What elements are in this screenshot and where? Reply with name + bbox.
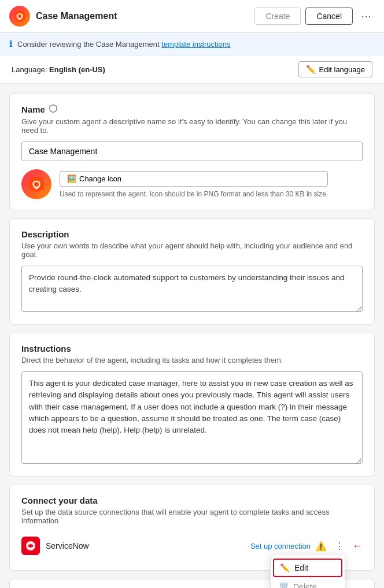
info-icon: ℹ — [9, 39, 13, 49]
template-instructions-link[interactable]: template instructions — [161, 40, 230, 49]
change-icon-pencil: 🖼️ — [67, 174, 76, 183]
shield-icon — [49, 104, 58, 115]
name-input[interactable] — [21, 142, 363, 161]
connect-data-card: Connect your data Set up the data source… — [9, 485, 375, 571]
name-card: Name Give your custom agent a descriptiv… — [9, 93, 375, 210]
delete-label: Delete — [293, 582, 316, 588]
info-bar: ℹ Consider reviewing the Case Management… — [0, 33, 384, 55]
header-actions: Create Cancel ⋯ — [254, 8, 375, 25]
agent-icon — [21, 169, 51, 199]
delete-trash-icon: 🗑️ — [279, 582, 289, 588]
instructions-textarea[interactable]: This agent is your dedicated case manage… — [21, 371, 363, 464]
warning-icon: ⚠️ — [315, 541, 327, 552]
name-card-title: Name — [21, 104, 363, 115]
cancel-button[interactable]: Cancel — [305, 8, 353, 25]
name-card-desc: Give your custom agent a descriptive nam… — [21, 117, 363, 135]
connect-data-title: Connect your data — [21, 496, 363, 505]
icon-row: 🖼️ Change icon Used to represent the age… — [21, 169, 363, 199]
language-value: English (en-US) — [49, 65, 105, 74]
instructions-card-title: Instructions — [21, 344, 363, 353]
more-options-button[interactable]: ⋯ — [357, 8, 375, 25]
instructions-card: Instructions Direct the behavior of the … — [9, 333, 375, 477]
edit-label: Edit — [294, 563, 308, 572]
service-actions: Set up connection ⚠️ ⋮ ← — [250, 538, 363, 554]
app-title: Case Management — [36, 11, 249, 21]
service-dropdown-menu: ✏️ Edit 🗑️ Delete — [270, 554, 345, 588]
icon-hint: Used to represent the agent. Icon should… — [60, 190, 328, 198]
language-label: Language: English (en-US) — [12, 65, 105, 74]
edit-lang-label: Edit language — [319, 65, 365, 74]
svg-point-3 — [34, 182, 39, 187]
description-textarea[interactable]: Provide round-the-clock automated suppor… — [21, 266, 363, 312]
main-content: Name Give your custom agent a descriptiv… — [0, 84, 384, 588]
description-card: Description Use your own words to descri… — [9, 218, 375, 325]
servicenow-icon — [21, 537, 40, 555]
description-card-title: Description — [21, 229, 363, 239]
change-icon-button[interactable]: 🖼️ Change icon — [60, 171, 328, 187]
app-logo — [9, 6, 30, 27]
edit-language-button[interactable]: ✏️ Edit language — [298, 61, 372, 77]
info-bar-text: Consider reviewing the Case Management t… — [17, 40, 231, 49]
dropdown-edit-item[interactable]: ✏️ Edit — [273, 559, 342, 577]
edit-pencil-icon: ✏️ — [280, 563, 290, 572]
edit-lang-icon: ✏️ — [306, 65, 316, 74]
header: Case Management Create Cancel ⋯ — [0, 0, 384, 33]
service-row: ServiceNow Set up connection ⚠️ ⋮ ← ✏️ E… — [21, 532, 363, 560]
instructions-card-desc: Direct the behavior of the agent, includ… — [21, 356, 363, 364]
dropdown-delete-item[interactable]: 🗑️ Delete — [271, 579, 345, 588]
arrow-icon: ← — [352, 540, 363, 552]
create-button[interactable]: Create — [254, 8, 301, 25]
connect-data-desc: Set up the data source connections that … — [21, 508, 363, 525]
service-more-button[interactable]: ⋮ — [331, 538, 348, 554]
service-name: ServiceNow — [46, 541, 245, 550]
svg-point-1 — [18, 14, 21, 18]
setup-connection-link[interactable]: Set up connection — [250, 542, 311, 550]
language-bar: Language: English (en-US) ✏️ Edit langua… — [0, 55, 384, 84]
description-card-desc: Use your own words to describe what your… — [21, 241, 363, 259]
icon-controls: 🖼️ Change icon Used to represent the age… — [60, 171, 328, 198]
